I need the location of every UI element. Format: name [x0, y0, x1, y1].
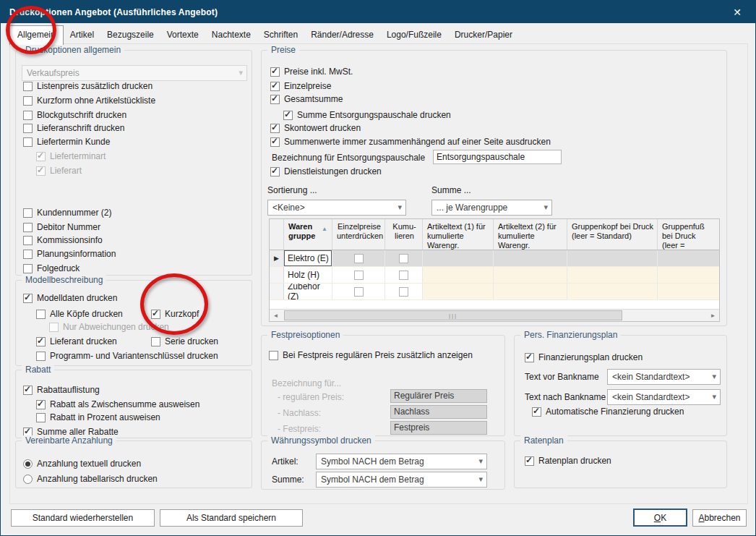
checkbox-skontowert[interactable]: Skontowert drucken: [270, 122, 361, 134]
checkbox-ratenplan[interactable]: Ratenplan drucken: [525, 455, 611, 467]
checkbox-box[interactable]: [23, 264, 33, 273]
cell-artikeltext-2[interactable]: [494, 250, 567, 266]
scrollbar-thumb[interactable]: |||: [284, 310, 622, 320]
cell-warengruppe[interactable]: Holz (H): [284, 267, 332, 283]
ok-button[interactable]: OK: [633, 509, 687, 527]
radio-anzahlung-tabellarisch[interactable]: Anzahlung tabellarisch drucken: [23, 473, 158, 485]
checkbox-box[interactable]: [23, 250, 33, 259]
header-einzelpreise-unterdruecken[interactable]: Einzelpreise unterdrücken: [332, 219, 385, 250]
checkbox-box[interactable]: [23, 96, 33, 106]
checkbox-box[interactable]: [270, 67, 280, 77]
checkbox-box[interactable]: [525, 456, 534, 466]
checkbox-box[interactable]: [151, 337, 160, 346]
cell-artikeltext-1[interactable]: [423, 250, 494, 266]
checkbox-liefertermin-kunde[interactable]: Liefertermin Kunde: [23, 136, 110, 148]
checkbox-folgedruck[interactable]: Folgedruck: [23, 263, 80, 274]
checkbox-box[interactable]: [399, 287, 408, 297]
tab-nachtexte[interactable]: Nachtexte: [205, 26, 257, 44]
text-nach-bankname-dropdown[interactable]: <kein Standardtext> ▾: [607, 389, 721, 405]
tab-raender-adresse[interactable]: Ränder/Adresse: [304, 26, 380, 44]
checkbox-planungsinformation[interactable]: Planungsinformation: [23, 248, 116, 260]
cell-gruppenfuss[interactable]: [658, 267, 719, 283]
checkbox-box[interactable]: [269, 351, 278, 360]
header-kumulieren[interactable]: Kumu- lieren: [385, 219, 423, 250]
table-row[interactable]: Holz (H): [270, 267, 719, 284]
checkbox-debitor-nummer[interactable]: Debitor Nummer: [23, 221, 100, 233]
table-row[interactable]: Zubehör (Z): [270, 284, 719, 300]
checkbox-box[interactable]: [23, 208, 33, 218]
restore-standard-button[interactable]: Standard wiederherstellen: [11, 509, 155, 527]
radio-anzahlung-textuell[interactable]: Anzahlung textuell drucken: [23, 458, 141, 469]
cancel-button[interactable]: Abbrechen: [692, 509, 747, 527]
cell-einzelpreise-checkbox[interactable]: [332, 250, 385, 266]
cell-gruppenkopf[interactable]: [567, 284, 658, 299]
cell-kumulieren-checkbox[interactable]: [385, 267, 423, 283]
cell-gruppenfuss[interactable]: [658, 284, 719, 299]
cell-kumulieren-checkbox[interactable]: [385, 284, 423, 299]
checkbox-box[interactable]: [36, 310, 46, 319]
checkbox-finanzierungsplan[interactable]: Finanzierungsplan drucken: [525, 352, 643, 363]
cell-artikeltext-2[interactable]: [494, 267, 567, 283]
cell-gruppenkopf[interactable]: [567, 267, 658, 283]
cell-artikeltext-2[interactable]: [494, 284, 567, 299]
checkbox-box[interactable]: [354, 254, 364, 263]
waehrung-summe-dropdown[interactable]: Symbol NACH dem Betrag ▾: [316, 472, 487, 488]
checkbox-box[interactable]: [23, 137, 33, 147]
checkbox-alle-koepfe[interactable]: Alle Köpfe drucken: [36, 308, 123, 320]
horizontal-scrollbar[interactable]: ◄ ||| ►: [270, 309, 719, 321]
cell-kumulieren-checkbox[interactable]: [385, 250, 423, 266]
tab-schriften[interactable]: Schriften: [257, 26, 304, 44]
checkbox-einzelpreise[interactable]: Einzelpreise: [270, 80, 331, 92]
checkbox-summe-entsorgung[interactable]: Summe Entsorgungspauschale drucken: [283, 109, 451, 121]
checkbox-lieferanschrift[interactable]: Lieferanschrift drucken: [23, 122, 124, 134]
cell-einzelpreise-checkbox[interactable]: [332, 284, 385, 299]
checkbox-box[interactable]: [23, 111, 33, 120]
entsorgung-input[interactable]: [433, 150, 562, 164]
checkbox-programm-varianten[interactable]: Programm- und Variantenschlüssel drucken: [36, 350, 218, 362]
checkbox-gesamtsumme[interactable]: Gesamtsumme: [270, 93, 343, 105]
checkbox-blockgutschrift[interactable]: Blockgutschrift drucken: [23, 109, 126, 121]
checkbox-box[interactable]: [354, 271, 364, 280]
checkbox-box[interactable]: [525, 353, 534, 362]
tab-vortexte[interactable]: Vortexte: [160, 26, 205, 44]
checkbox-kurzkopf[interactable]: Kurzkopf: [151, 308, 199, 320]
cell-artikeltext-1[interactable]: [423, 267, 494, 283]
table-row[interactable]: ▶ Elektro (E): [270, 250, 719, 267]
checkbox-preise-mwst[interactable]: Preise inkl. MwSt.: [270, 66, 353, 77]
scroll-left-icon[interactable]: ◄: [270, 310, 282, 321]
waehrung-artikel-dropdown[interactable]: Symbol NACH dem Betrag ▾: [316, 454, 487, 469]
checkbox-box[interactable]: [399, 254, 408, 263]
cell-gruppenkopf[interactable]: [567, 250, 658, 266]
checkbox-box[interactable]: [23, 82, 33, 91]
checkbox-box[interactable]: [36, 400, 46, 409]
checkbox-listenpreis[interactable]: Listenpreis zusätzlich drucken: [23, 80, 153, 92]
checkbox-dienstleistungen[interactable]: Dienstleistungen drucken: [270, 166, 382, 177]
checkbox-box[interactable]: [23, 124, 33, 133]
summe-dropdown[interactable]: ... je Warengruppe ▾: [431, 200, 552, 216]
cell-einzelpreise-checkbox[interactable]: [332, 267, 385, 283]
scroll-right-icon[interactable]: ►: [707, 310, 719, 321]
header-gruppenfuss[interactable]: Gruppenfuß bei Druck (leer = Standard): [658, 219, 719, 250]
checkbox-box[interactable]: [283, 111, 293, 120]
header-artikeltext-2[interactable]: Artikeltext (2) für kumulierte Warengr.: [494, 219, 567, 250]
checkbox-box[interactable]: [36, 352, 46, 361]
checkbox-box[interactable]: [399, 271, 408, 280]
checkbox-box[interactable]: [270, 124, 280, 133]
checkbox-box[interactable]: [270, 82, 280, 91]
checkbox-kundennummer[interactable]: Kundennummer (2): [23, 207, 111, 218]
checkbox-rabattauflistung[interactable]: Rabattauflistung: [23, 384, 100, 396]
checkbox-summenwerte[interactable]: Summenwerte immer zusammenhängend auf ei…: [270, 136, 551, 148]
checkbox-serie[interactable]: Serie drucken: [151, 336, 218, 347]
checkbox-kommissionsinfo[interactable]: Kommissionsinfo: [23, 234, 103, 246]
checkbox-rabatt-zwischensumme[interactable]: Rabatt als Zwischensumme ausweisen: [36, 399, 199, 410]
save-as-standard-button[interactable]: Als Standard speichern: [160, 509, 303, 527]
cell-artikeltext-1[interactable]: [423, 284, 494, 299]
tab-bezugszeile[interactable]: Bezugszeile: [100, 26, 160, 44]
header-warengruppe[interactable]: Waren gruppe▲: [284, 219, 332, 250]
checkbox-lieferant[interactable]: Lieferant drucken: [36, 336, 117, 347]
checkbox-automatische-finanzierung[interactable]: Automatische Finanzierung drucken: [532, 406, 684, 417]
cell-warengruppe[interactable]: Zubehör (Z): [284, 284, 332, 299]
tab-logo-fusszeile[interactable]: Logo/Fußzeile: [380, 26, 448, 44]
checkbox-modelldaten[interactable]: Modelldaten drucken: [23, 292, 117, 304]
checkbox-box[interactable]: [36, 413, 46, 422]
